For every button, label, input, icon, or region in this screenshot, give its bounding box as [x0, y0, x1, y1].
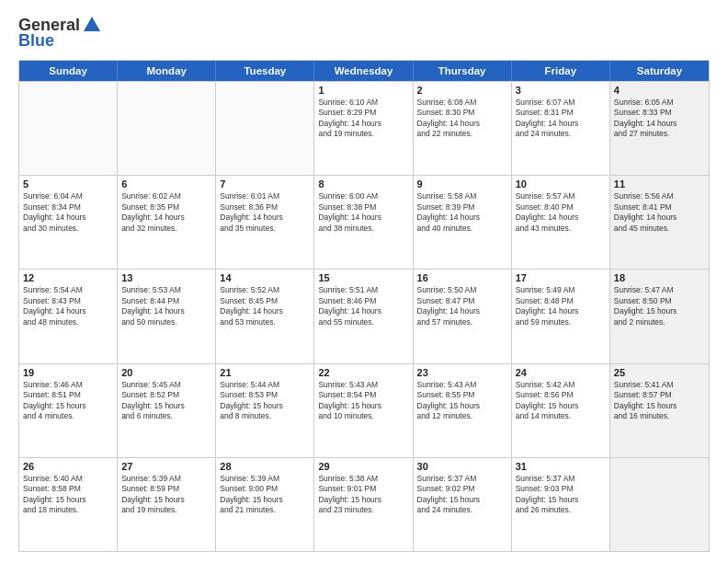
cell-info: Sunrise: 5:50 AM Sunset: 8:47 PM Dayligh… [417, 285, 507, 327]
day-number: 9 [417, 178, 507, 190]
calendar-week-1: 1Sunrise: 6:10 AM Sunset: 8:29 PM Daylig… [19, 81, 709, 175]
calendar-cell: 21Sunrise: 5:44 AM Sunset: 8:53 PM Dayli… [216, 364, 314, 457]
calendar-week-4: 19Sunrise: 5:46 AM Sunset: 8:51 PM Dayli… [19, 363, 709, 457]
cell-info: Sunrise: 6:02 AM Sunset: 8:35 PM Dayligh… [121, 191, 211, 234]
cell-info: Sunrise: 5:44 AM Sunset: 8:53 PM Dayligh… [220, 380, 310, 422]
calendar-cell: 7Sunrise: 6:01 AM Sunset: 8:36 PM Daylig… [216, 176, 314, 269]
calendar-cell: 11Sunrise: 5:56 AM Sunset: 8:41 PM Dayli… [610, 176, 709, 269]
calendar-cell: 3Sunrise: 6:07 AM Sunset: 8:31 PM Daylig… [512, 82, 610, 175]
header-day-sunday: Sunday [19, 61, 118, 81]
cell-info: Sunrise: 5:42 AM Sunset: 8:56 PM Dayligh… [516, 380, 606, 422]
calendar-cell: 12Sunrise: 5:54 AM Sunset: 8:43 PM Dayli… [19, 270, 118, 362]
calendar-week-5: 26Sunrise: 5:40 AM Sunset: 8:58 PM Dayli… [19, 457, 709, 551]
day-number: 26 [23, 461, 113, 472]
calendar-cell: 9Sunrise: 5:58 AM Sunset: 8:39 PM Daylig… [414, 176, 512, 269]
calendar-cell: 31Sunrise: 5:37 AM Sunset: 9:03 PM Dayli… [512, 458, 610, 551]
cell-info: Sunrise: 6:00 AM Sunset: 8:38 PM Dayligh… [318, 191, 408, 234]
cell-info: Sunrise: 5:53 AM Sunset: 8:44 PM Dayligh… [121, 285, 211, 327]
cell-info: Sunrise: 5:57 AM Sunset: 8:40 PM Dayligh… [516, 191, 606, 234]
day-number: 8 [318, 178, 408, 190]
cell-info: Sunrise: 5:40 AM Sunset: 8:58 PM Dayligh… [23, 474, 113, 516]
cell-info: Sunrise: 5:41 AM Sunset: 8:57 PM Dayligh… [614, 380, 705, 422]
cell-info: Sunrise: 5:43 AM Sunset: 8:54 PM Dayligh… [318, 380, 408, 422]
day-number: 18 [614, 272, 705, 283]
cell-info: Sunrise: 5:46 AM Sunset: 8:51 PM Dayligh… [23, 380, 113, 422]
day-number: 2 [417, 85, 507, 96]
calendar-cell: 2Sunrise: 6:08 AM Sunset: 8:30 PM Daylig… [414, 82, 512, 175]
cell-info: Sunrise: 5:51 AM Sunset: 8:46 PM Dayligh… [318, 285, 408, 327]
calendar-cell: 4Sunrise: 6:05 AM Sunset: 8:33 PM Daylig… [610, 82, 709, 175]
header-day-monday: Monday [118, 61, 216, 81]
calendar-cell: 30Sunrise: 5:37 AM Sunset: 9:02 PM Dayli… [414, 458, 512, 551]
logo: General Blue [18, 15, 102, 51]
day-number: 19 [23, 367, 113, 378]
day-number: 28 [220, 461, 310, 472]
cell-info: Sunrise: 5:45 AM Sunset: 8:52 PM Dayligh… [121, 380, 211, 422]
calendar-cell: 16Sunrise: 5:50 AM Sunset: 8:47 PM Dayli… [414, 270, 512, 362]
calendar-cell: 17Sunrise: 5:49 AM Sunset: 8:48 PM Dayli… [512, 270, 610, 362]
calendar-cell: 23Sunrise: 5:43 AM Sunset: 8:55 PM Dayli… [414, 364, 512, 457]
calendar-cell: 26Sunrise: 5:40 AM Sunset: 8:58 PM Dayli… [19, 458, 118, 551]
day-number: 12 [23, 272, 113, 283]
cell-info: Sunrise: 6:08 AM Sunset: 8:30 PM Dayligh… [417, 98, 507, 140]
day-number: 23 [417, 367, 507, 378]
page: General Blue SundayMondayTuesdayWednesda… [0, 0, 728, 563]
cell-info: Sunrise: 5:58 AM Sunset: 8:39 PM Dayligh… [417, 191, 507, 234]
cell-info: Sunrise: 6:10 AM Sunset: 8:29 PM Dayligh… [318, 98, 408, 140]
day-number: 1 [318, 85, 408, 96]
day-number: 27 [121, 461, 211, 472]
cell-info: Sunrise: 6:07 AM Sunset: 8:31 PM Dayligh… [516, 98, 606, 140]
cell-info: Sunrise: 5:37 AM Sunset: 9:03 PM Dayligh… [516, 474, 606, 516]
cell-info: Sunrise: 5:37 AM Sunset: 9:02 PM Dayligh… [417, 474, 507, 516]
cell-info: Sunrise: 5:49 AM Sunset: 8:48 PM Dayligh… [516, 285, 606, 327]
day-number: 3 [516, 85, 606, 96]
calendar-cell: 29Sunrise: 5:38 AM Sunset: 9:01 PM Dayli… [314, 458, 413, 551]
day-number: 22 [318, 367, 408, 378]
day-number: 30 [417, 461, 507, 472]
calendar-cell: 28Sunrise: 5:39 AM Sunset: 9:00 PM Dayli… [216, 458, 314, 551]
cell-info: Sunrise: 5:47 AM Sunset: 8:50 PM Dayligh… [614, 285, 705, 327]
calendar-cell: 14Sunrise: 5:52 AM Sunset: 8:45 PM Dayli… [216, 270, 314, 362]
calendar-week-2: 5Sunrise: 6:04 AM Sunset: 8:34 PM Daylig… [19, 175, 709, 269]
day-number: 29 [318, 461, 408, 472]
calendar-cell: 27Sunrise: 5:39 AM Sunset: 8:59 PM Dayli… [118, 458, 216, 551]
calendar-cell [216, 82, 314, 175]
cell-info: Sunrise: 5:56 AM Sunset: 8:41 PM Dayligh… [614, 191, 705, 234]
calendar-cell: 15Sunrise: 5:51 AM Sunset: 8:46 PM Dayli… [314, 270, 413, 362]
day-number: 20 [121, 367, 211, 378]
calendar-cell: 19Sunrise: 5:46 AM Sunset: 8:51 PM Dayli… [19, 364, 118, 457]
logo-icon [82, 15, 102, 35]
cell-info: Sunrise: 6:04 AM Sunset: 8:34 PM Dayligh… [23, 191, 113, 234]
calendar-cell [118, 82, 216, 175]
calendar-cell [19, 82, 118, 175]
day-number: 16 [417, 272, 507, 283]
header-day-thursday: Thursday [414, 61, 512, 81]
day-number: 11 [614, 178, 705, 190]
header-day-saturday: Saturday [610, 61, 709, 81]
calendar-week-3: 12Sunrise: 5:54 AM Sunset: 8:43 PM Dayli… [19, 269, 709, 362]
calendar-cell: 13Sunrise: 5:53 AM Sunset: 8:44 PM Dayli… [118, 270, 216, 362]
svg-marker-0 [84, 17, 100, 31]
day-number: 31 [516, 461, 606, 472]
calendar-cell: 24Sunrise: 5:42 AM Sunset: 8:56 PM Dayli… [512, 364, 610, 457]
day-number: 10 [516, 178, 606, 190]
calendar-body: 1Sunrise: 6:10 AM Sunset: 8:29 PM Daylig… [19, 81, 709, 551]
day-number: 4 [614, 85, 705, 96]
cell-info: Sunrise: 5:54 AM Sunset: 8:43 PM Dayligh… [23, 285, 113, 327]
day-number: 14 [220, 272, 310, 283]
day-number: 21 [220, 367, 310, 378]
cell-info: Sunrise: 6:01 AM Sunset: 8:36 PM Dayligh… [220, 191, 310, 234]
calendar-cell: 8Sunrise: 6:00 AM Sunset: 8:38 PM Daylig… [314, 176, 413, 269]
day-number: 25 [614, 367, 705, 378]
day-number: 5 [23, 178, 113, 190]
cell-info: Sunrise: 6:05 AM Sunset: 8:33 PM Dayligh… [614, 98, 705, 140]
calendar-cell: 5Sunrise: 6:04 AM Sunset: 8:34 PM Daylig… [19, 176, 118, 269]
calendar: SundayMondayTuesdayWednesdayThursdayFrid… [18, 60, 710, 552]
header-day-friday: Friday [512, 61, 610, 81]
calendar-cell: 20Sunrise: 5:45 AM Sunset: 8:52 PM Dayli… [118, 364, 216, 457]
cell-info: Sunrise: 5:38 AM Sunset: 9:01 PM Dayligh… [318, 474, 408, 516]
calendar-cell: 6Sunrise: 6:02 AM Sunset: 8:35 PM Daylig… [118, 176, 216, 269]
day-number: 7 [220, 178, 310, 190]
header-day-wednesday: Wednesday [314, 61, 413, 81]
calendar-cell: 25Sunrise: 5:41 AM Sunset: 8:57 PM Dayli… [610, 364, 709, 457]
